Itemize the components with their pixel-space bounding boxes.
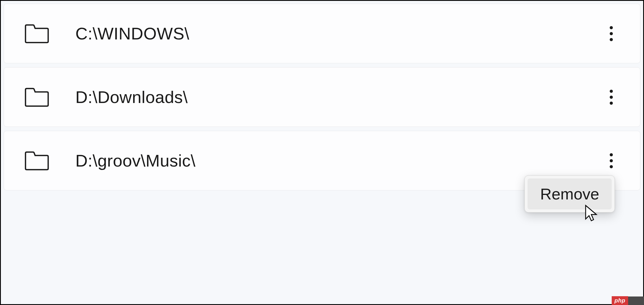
folder-path-label: C:\WINDOWS\ [75,24,603,43]
more-options-button[interactable] [603,89,620,106]
vertical-dots-icon [610,153,613,168]
folder-row[interactable]: D:\Downloads\ [4,67,640,127]
vertical-dots-icon [610,90,613,105]
remove-menu-item[interactable]: Remove [528,178,612,209]
folder-row[interactable]: C:\WINDOWS\ [4,4,640,63]
folder-icon [24,23,49,44]
watermark-decoration [628,296,644,305]
vertical-dots-icon [610,26,613,41]
folder-path-label: D:\groov\Music\ [75,151,603,171]
more-options-button[interactable] [603,25,620,42]
folder-icon [24,150,49,171]
folder-list: C:\WINDOWS\ D:\Downloads\ D:\groov\Music… [1,1,643,304]
folder-icon [24,87,49,107]
watermark: php [612,296,644,305]
watermark-label: php [612,296,628,305]
context-menu: Remove [524,175,615,213]
more-options-button[interactable] [603,152,620,169]
folder-path-label: D:\Downloads\ [75,87,603,107]
